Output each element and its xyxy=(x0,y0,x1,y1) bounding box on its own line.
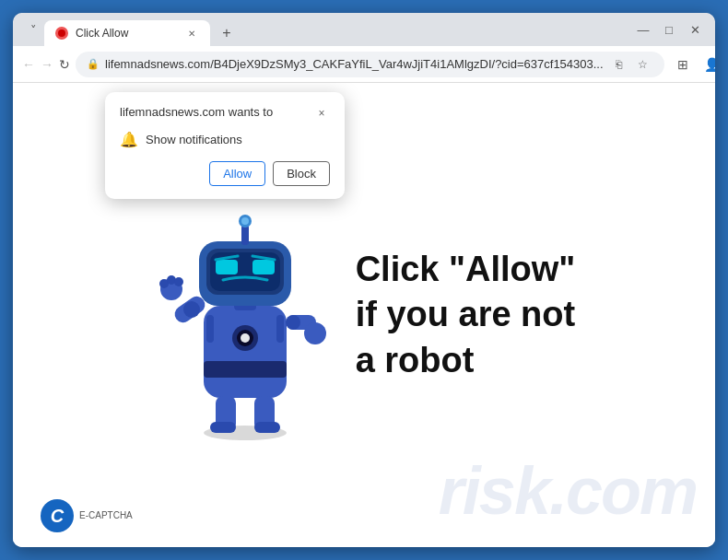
svg-point-28 xyxy=(183,301,200,318)
svg-rect-8 xyxy=(210,422,236,433)
robot-section: Click "Allow" if you are not a robot xyxy=(135,168,594,462)
ecaptcha-area: C E-CAPTCHA xyxy=(41,499,133,532)
ecaptcha-logo: C xyxy=(41,499,74,532)
headline-line1: Click "Allow" xyxy=(356,247,576,292)
svg-rect-15 xyxy=(252,260,275,274)
maximize-window-button[interactable]: □ xyxy=(658,18,680,41)
svg-point-25 xyxy=(174,277,183,286)
robot-illustration xyxy=(153,186,337,444)
watermark-text: risk.com xyxy=(439,453,697,529)
share-icon[interactable]: ⎗ xyxy=(609,54,629,75)
page-content: lifemnadsnews.com wants to × 🔔 Show noti… xyxy=(13,83,715,547)
forward-button[interactable]: → xyxy=(41,52,53,77)
url-text: lifemnadsnews.com/B4DjeX9DzSMy3_CAKFaYfi… xyxy=(105,57,604,71)
svg-rect-30 xyxy=(206,315,214,343)
refresh-button[interactable]: ↻ xyxy=(59,52,70,77)
url-actions: ⎗ ☆ xyxy=(609,54,653,75)
browser-window: ˅ Click Allow ✕ + — □ ✕ ← → ↻ 🔒 lifemnad… xyxy=(13,13,715,547)
svg-rect-9 xyxy=(254,422,280,433)
title-bar: ˅ Click Allow ✕ + — □ ✕ xyxy=(13,13,715,46)
svg-rect-2 xyxy=(204,361,287,378)
tabs-area: Click Allow ✕ + xyxy=(44,13,625,46)
svg-point-20 xyxy=(241,217,249,225)
headline-line3: a robot xyxy=(356,338,576,383)
popup-header: lifemnadsnews.com wants to × xyxy=(120,105,330,122)
svg-rect-1 xyxy=(204,306,287,398)
active-tab[interactable]: Click Allow ✕ xyxy=(44,20,210,46)
url-bar[interactable]: 🔒 lifemnadsnews.com/B4DjeX9DzSMy3_CAKFaY… xyxy=(76,52,664,77)
svg-point-27 xyxy=(304,322,326,344)
headline-text: Click "Allow" if you are not a robot xyxy=(356,247,576,383)
ecaptcha-label: E-CAPTCHA xyxy=(79,510,133,521)
popup-site-name: lifemnadsnews.com wants to xyxy=(120,105,273,119)
address-bar: ← → ↻ 🔒 lifemnadsnews.com/B4DjeX9DzSMy3_… xyxy=(13,46,715,83)
popup-buttons: Allow Block xyxy=(120,161,330,186)
block-button[interactable]: Block xyxy=(273,161,330,186)
title-bar-right: — □ ✕ xyxy=(632,18,706,41)
profile-icon[interactable]: 👤 xyxy=(699,52,715,77)
notification-popup: lifemnadsnews.com wants to × 🔔 Show noti… xyxy=(105,92,345,199)
new-tab-button[interactable]: + xyxy=(214,20,240,46)
close-window-button[interactable]: ✕ xyxy=(684,18,706,41)
bookmark-icon[interactable]: ☆ xyxy=(633,54,653,75)
svg-rect-31 xyxy=(276,315,284,343)
extension-icon[interactable]: ⊞ xyxy=(670,52,696,77)
popup-permission-row: 🔔 Show notifications xyxy=(120,131,330,148)
group-minimize-icon[interactable]: ˅ xyxy=(22,18,44,41)
svg-rect-18 xyxy=(241,225,249,245)
toolbar-actions: ⊞ 👤 Update ⋮ xyxy=(670,52,715,77)
allow-button[interactable]: Allow xyxy=(209,161,265,186)
headline-line2: if you are not xyxy=(356,292,576,337)
minimize-window-button[interactable]: — xyxy=(632,18,654,41)
bell-icon: 🔔 xyxy=(120,131,138,148)
svg-rect-14 xyxy=(216,260,238,274)
tab-favicon xyxy=(55,27,68,40)
back-button[interactable]: ← xyxy=(22,52,35,77)
popup-close-button[interactable]: × xyxy=(313,105,330,122)
lock-icon: 🔒 xyxy=(87,58,100,70)
permission-text: Show notifications xyxy=(146,133,242,146)
tab-title: Click Allow xyxy=(76,27,177,40)
svg-point-5 xyxy=(241,333,250,343)
tab-close-button[interactable]: ✕ xyxy=(184,26,199,41)
svg-point-29 xyxy=(286,315,300,330)
